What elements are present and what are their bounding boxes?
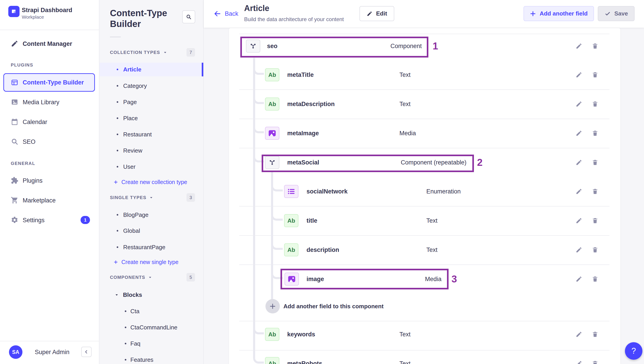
- chevron-down-icon: [148, 275, 152, 280]
- subnav-item-place[interactable]: Place: [123, 115, 138, 122]
- tree-elbow: [253, 92, 264, 104]
- add-component-field-button[interactable]: [266, 299, 280, 313]
- edit-field-button[interactable]: [574, 41, 584, 51]
- row-divider: [239, 264, 610, 265]
- pencil-icon: [576, 331, 582, 338]
- avatar[interactable]: SA: [9, 345, 22, 359]
- pencil-icon: [576, 276, 582, 282]
- text-icon: Ab: [265, 68, 279, 81]
- create-collection-type-link[interactable]: Create new collection type: [113, 179, 187, 185]
- edit-field-button[interactable]: [574, 358, 584, 364]
- delete-field-button[interactable]: [590, 274, 600, 284]
- pencil-icon: [576, 71, 582, 78]
- sidebar-item-settings[interactable]: Settings 1: [0, 213, 99, 227]
- single-types-label: SINGLE TYPES: [110, 195, 146, 200]
- collection-types-header[interactable]: COLLECTION TYPES: [110, 50, 168, 55]
- component-group-blocks[interactable]: Blocks: [114, 291, 142, 298]
- field-type: Component (repeatable): [401, 159, 466, 166]
- help-button[interactable]: ?: [625, 342, 642, 360]
- delete-field-button[interactable]: [590, 128, 600, 138]
- add-another-field-button[interactable]: Add another field: [524, 6, 594, 21]
- single-types-header[interactable]: SINGLE TYPES: [110, 195, 154, 200]
- subnav-item-blogpage[interactable]: BlogPage: [123, 212, 148, 218]
- delete-field-button[interactable]: [590, 358, 600, 364]
- back-link[interactable]: Back: [214, 10, 238, 18]
- sidebar-item-plugins[interactable]: Plugins: [0, 174, 99, 188]
- sidebar-item-label: Calendar: [23, 119, 47, 126]
- edit-field-button[interactable]: [574, 216, 584, 226]
- subnav-item-restaurant[interactable]: Restaurant: [123, 131, 152, 138]
- subnav-item-features[interactable]: Features: [130, 356, 154, 363]
- subnav-item-faq[interactable]: Faq: [130, 340, 140, 347]
- edit-field-button[interactable]: [574, 187, 584, 196]
- edit-field-button[interactable]: [574, 99, 584, 109]
- subnav-item-category[interactable]: Category: [123, 82, 147, 89]
- sidebar-item-marketplace[interactable]: Marketplace: [0, 194, 99, 207]
- field-name: metaSocial: [287, 159, 319, 166]
- edit-field-button[interactable]: [574, 70, 584, 80]
- subnav-item-ctacommandline[interactable]: CtaCommandLine: [130, 324, 178, 331]
- edit-field-button[interactable]: [574, 274, 584, 284]
- collapse-sidebar-button[interactable]: [81, 347, 92, 357]
- subnav-item-global[interactable]: Global: [123, 227, 140, 234]
- delete-field-button[interactable]: [590, 216, 600, 226]
- bullet-icon: [117, 101, 118, 103]
- sidebar-item-label: Content Manager: [23, 41, 72, 47]
- subnav-item-review[interactable]: Review: [123, 147, 142, 154]
- subnav-item-label: Article: [123, 66, 141, 73]
- save-button[interactable]: Save: [598, 6, 634, 21]
- add-component-field-label[interactable]: Add another field to this component: [284, 303, 384, 310]
- component-group-label: Blocks: [123, 291, 142, 298]
- delete-field-button[interactable]: [590, 245, 600, 255]
- edit-button[interactable]: Edit: [360, 6, 394, 21]
- sidebar-item-seo[interactable]: SEO: [0, 135, 99, 148]
- edit-field-button[interactable]: [574, 329, 584, 339]
- create-collection-type-label: Create new collection type: [122, 179, 187, 185]
- workspace-label: Workplace: [22, 14, 44, 20]
- components-header[interactable]: COMPONENTS: [110, 275, 152, 280]
- subnav-item-restaurantpage[interactable]: RestaurantPage: [123, 244, 166, 251]
- field-name: description: [306, 247, 339, 253]
- check-icon: [604, 11, 611, 17]
- component-icon: [246, 40, 260, 53]
- subnav-item-page[interactable]: Page: [123, 99, 137, 106]
- tree-elbow: [271, 209, 283, 221]
- search-icon: [186, 14, 192, 20]
- collection-types-count: 7: [186, 48, 195, 57]
- media-library-icon: [11, 98, 18, 106]
- subnav-item-article-active[interactable]: [100, 63, 203, 76]
- search-button[interactable]: [182, 10, 195, 23]
- delete-field-button[interactable]: [590, 70, 600, 80]
- sidebar-item-calendar[interactable]: Calendar: [0, 115, 99, 129]
- trash-icon: [592, 247, 598, 253]
- pencil-icon: [576, 188, 582, 195]
- trash-icon: [592, 276, 598, 282]
- subnav-item-cta[interactable]: Cta: [130, 308, 139, 315]
- edit-field-button[interactable]: [574, 245, 584, 255]
- chevron-down-icon: [163, 50, 168, 55]
- search-icon: [11, 138, 18, 145]
- edit-field-button[interactable]: [574, 157, 584, 167]
- delete-field-button[interactable]: [590, 99, 600, 109]
- delete-field-button[interactable]: [590, 41, 600, 51]
- field-type: Text: [400, 331, 411, 338]
- delete-field-button[interactable]: [590, 157, 600, 167]
- row-divider: [239, 350, 610, 350]
- delete-field-button[interactable]: [590, 329, 600, 339]
- user-name: Super Admin: [35, 349, 70, 356]
- field-name: keywords: [287, 331, 315, 338]
- text-icon: Ab: [265, 98, 279, 111]
- sidebar-item-media-library[interactable]: Media Library: [0, 95, 99, 109]
- sidebar-item-content-manager[interactable]: Content Manager: [0, 37, 99, 51]
- delete-field-button[interactable]: [590, 187, 600, 196]
- bullet-icon: [117, 69, 118, 70]
- bullet-icon: [117, 166, 118, 168]
- text-icon: Ab: [265, 357, 279, 364]
- bullet-icon: [117, 134, 118, 135]
- panel-title-divider: [110, 37, 121, 37]
- subnav-item-user[interactable]: User: [123, 163, 136, 170]
- enumeration-icon: [284, 185, 298, 198]
- edit-field-button[interactable]: [574, 128, 584, 138]
- trash-icon: [592, 71, 598, 78]
- create-single-type-link[interactable]: Create new single type: [113, 259, 178, 265]
